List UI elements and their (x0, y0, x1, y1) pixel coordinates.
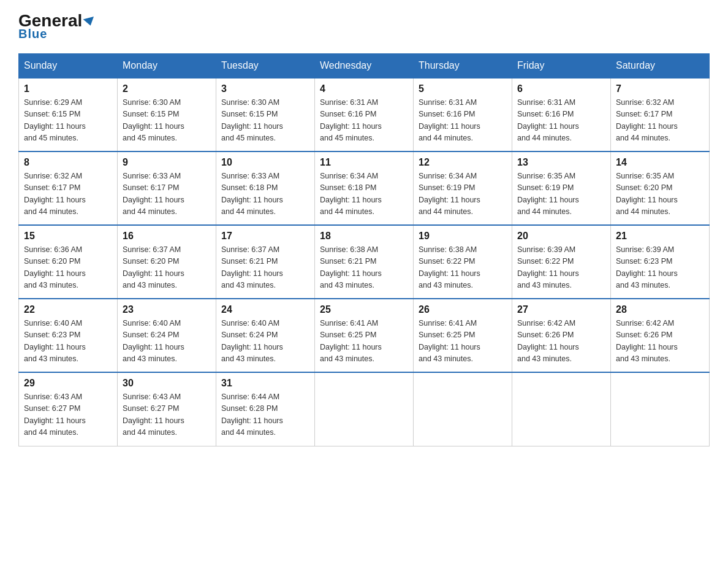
day-info: Sunrise: 6:31 AMSunset: 6:16 PMDaylight:… (517, 98, 579, 142)
calendar-cell: 27 Sunrise: 6:42 AMSunset: 6:26 PMDaylig… (512, 299, 611, 372)
day-number: 1 (24, 83, 112, 94)
day-of-week-header: Monday (118, 54, 216, 79)
day-info: Sunrise: 6:44 AMSunset: 6:28 PMDaylight:… (221, 393, 283, 437)
day-info: Sunrise: 6:32 AMSunset: 6:17 PMDaylight:… (24, 172, 86, 216)
day-of-week-header: Friday (512, 54, 611, 79)
calendar-cell: 23 Sunrise: 6:40 AMSunset: 6:24 PMDaylig… (118, 299, 216, 372)
day-info: Sunrise: 6:35 AMSunset: 6:19 PMDaylight:… (517, 172, 579, 216)
day-info: Sunrise: 6:42 AMSunset: 6:26 PMDaylight:… (616, 319, 678, 363)
day-number: 16 (123, 231, 211, 242)
calendar-cell: 6 Sunrise: 6:31 AMSunset: 6:16 PMDayligh… (512, 78, 611, 151)
day-info: Sunrise: 6:36 AMSunset: 6:20 PMDaylight:… (24, 245, 86, 289)
calendar-cell: 16 Sunrise: 6:37 AMSunset: 6:20 PMDaylig… (118, 225, 216, 299)
calendar-cell: 12 Sunrise: 6:34 AMSunset: 6:19 PMDaylig… (414, 151, 512, 225)
day-info: Sunrise: 6:38 AMSunset: 6:21 PMDaylight:… (320, 245, 382, 289)
calendar-table: SundayMondayTuesdayWednesdayThursdayFrid… (18, 53, 710, 446)
calendar-cell: 3 Sunrise: 6:30 AMSunset: 6:15 PMDayligh… (216, 78, 315, 151)
calendar-week-row: 22 Sunrise: 6:40 AMSunset: 6:23 PMDaylig… (19, 299, 710, 372)
calendar-cell: 26 Sunrise: 6:41 AMSunset: 6:25 PMDaylig… (414, 299, 512, 372)
calendar-cell: 8 Sunrise: 6:32 AMSunset: 6:17 PMDayligh… (19, 151, 118, 225)
calendar-cell: 11 Sunrise: 6:34 AMSunset: 6:18 PMDaylig… (315, 151, 414, 225)
day-number: 24 (221, 304, 309, 315)
day-info: Sunrise: 6:43 AMSunset: 6:27 PMDaylight:… (24, 393, 86, 437)
calendar-cell: 25 Sunrise: 6:41 AMSunset: 6:25 PMDaylig… (315, 299, 414, 372)
day-number: 31 (221, 378, 309, 389)
day-info: Sunrise: 6:34 AMSunset: 6:18 PMDaylight:… (320, 172, 382, 216)
day-number: 8 (24, 157, 112, 168)
day-of-week-header: Thursday (414, 54, 512, 79)
day-info: Sunrise: 6:41 AMSunset: 6:25 PMDaylight:… (419, 319, 480, 363)
day-number: 22 (24, 304, 112, 315)
day-number: 19 (419, 231, 507, 242)
calendar-cell (512, 372, 611, 446)
day-number: 6 (517, 83, 605, 94)
day-of-week-header: Wednesday (315, 54, 414, 79)
calendar-cell: 20 Sunrise: 6:39 AMSunset: 6:22 PMDaylig… (512, 225, 611, 299)
calendar-cell: 5 Sunrise: 6:31 AMSunset: 6:16 PMDayligh… (414, 78, 512, 151)
day-number: 11 (320, 157, 408, 168)
calendar-week-row: 8 Sunrise: 6:32 AMSunset: 6:17 PMDayligh… (19, 151, 710, 225)
day-info: Sunrise: 6:30 AMSunset: 6:15 PMDaylight:… (123, 98, 184, 142)
day-number: 18 (320, 231, 408, 242)
calendar-week-row: 1 Sunrise: 6:29 AMSunset: 6:15 PMDayligh… (19, 78, 710, 151)
day-info: Sunrise: 6:39 AMSunset: 6:22 PMDaylight:… (517, 245, 579, 289)
calendar-cell: 14 Sunrise: 6:35 AMSunset: 6:20 PMDaylig… (611, 151, 710, 225)
day-of-week-header: Saturday (611, 54, 710, 79)
calendar-cell: 17 Sunrise: 6:37 AMSunset: 6:21 PMDaylig… (216, 225, 315, 299)
day-info: Sunrise: 6:43 AMSunset: 6:27 PMDaylight:… (123, 393, 184, 437)
day-of-week-header: Sunday (19, 54, 118, 79)
logo-blue: Blue (18, 27, 47, 41)
day-info: Sunrise: 6:32 AMSunset: 6:17 PMDaylight:… (616, 98, 678, 142)
day-info: Sunrise: 6:41 AMSunset: 6:25 PMDaylight:… (320, 319, 382, 363)
day-number: 10 (221, 157, 309, 168)
day-number: 23 (123, 304, 211, 315)
day-info: Sunrise: 6:40 AMSunset: 6:23 PMDaylight:… (24, 319, 86, 363)
day-number: 7 (616, 83, 704, 94)
calendar-cell: 19 Sunrise: 6:38 AMSunset: 6:22 PMDaylig… (414, 225, 512, 299)
day-number: 4 (320, 83, 408, 94)
day-info: Sunrise: 6:31 AMSunset: 6:16 PMDaylight:… (419, 98, 480, 142)
day-number: 5 (419, 83, 507, 94)
calendar-cell: 7 Sunrise: 6:32 AMSunset: 6:17 PMDayligh… (611, 78, 710, 151)
calendar-cell: 13 Sunrise: 6:35 AMSunset: 6:19 PMDaylig… (512, 151, 611, 225)
calendar-cell: 10 Sunrise: 6:33 AMSunset: 6:18 PMDaylig… (216, 151, 315, 225)
day-number: 17 (221, 231, 309, 242)
calendar-week-row: 29 Sunrise: 6:43 AMSunset: 6:27 PMDaylig… (19, 372, 710, 446)
calendar-cell (414, 372, 512, 446)
calendar-cell: 29 Sunrise: 6:43 AMSunset: 6:27 PMDaylig… (19, 372, 118, 446)
calendar-week-row: 15 Sunrise: 6:36 AMSunset: 6:20 PMDaylig… (19, 225, 710, 299)
day-number: 13 (517, 157, 605, 168)
calendar-cell: 9 Sunrise: 6:33 AMSunset: 6:17 PMDayligh… (118, 151, 216, 225)
calendar-cell: 22 Sunrise: 6:40 AMSunset: 6:23 PMDaylig… (19, 299, 118, 372)
calendar-cell: 30 Sunrise: 6:43 AMSunset: 6:27 PMDaylig… (118, 372, 216, 446)
day-number: 14 (616, 157, 704, 168)
day-info: Sunrise: 6:29 AMSunset: 6:15 PMDaylight:… (24, 98, 86, 142)
page-header: General Blue (18, 12, 710, 41)
day-info: Sunrise: 6:34 AMSunset: 6:19 PMDaylight:… (419, 172, 480, 216)
calendar-cell (315, 372, 414, 446)
day-number: 28 (616, 304, 704, 315)
day-info: Sunrise: 6:39 AMSunset: 6:23 PMDaylight:… (616, 245, 678, 289)
day-info: Sunrise: 6:33 AMSunset: 6:18 PMDaylight:… (221, 172, 283, 216)
calendar-cell: 31 Sunrise: 6:44 AMSunset: 6:28 PMDaylig… (216, 372, 315, 446)
day-info: Sunrise: 6:33 AMSunset: 6:17 PMDaylight:… (123, 172, 184, 216)
calendar-cell: 2 Sunrise: 6:30 AMSunset: 6:15 PMDayligh… (118, 78, 216, 151)
day-info: Sunrise: 6:38 AMSunset: 6:22 PMDaylight:… (419, 245, 480, 289)
calendar-cell: 21 Sunrise: 6:39 AMSunset: 6:23 PMDaylig… (611, 225, 710, 299)
day-of-week-header: Tuesday (216, 54, 315, 79)
calendar-cell: 4 Sunrise: 6:31 AMSunset: 6:16 PMDayligh… (315, 78, 414, 151)
day-number: 30 (123, 378, 211, 389)
calendar-cell: 18 Sunrise: 6:38 AMSunset: 6:21 PMDaylig… (315, 225, 414, 299)
day-info: Sunrise: 6:30 AMSunset: 6:15 PMDaylight:… (221, 98, 283, 142)
day-number: 15 (24, 231, 112, 242)
day-info: Sunrise: 6:40 AMSunset: 6:24 PMDaylight:… (123, 319, 184, 363)
day-info: Sunrise: 6:37 AMSunset: 6:20 PMDaylight:… (123, 245, 184, 289)
calendar-cell: 28 Sunrise: 6:42 AMSunset: 6:26 PMDaylig… (611, 299, 710, 372)
day-number: 20 (517, 231, 605, 242)
day-info: Sunrise: 6:40 AMSunset: 6:24 PMDaylight:… (221, 319, 283, 363)
day-number: 9 (123, 157, 211, 168)
day-number: 29 (24, 378, 112, 389)
day-number: 3 (221, 83, 309, 94)
day-number: 2 (123, 83, 211, 94)
calendar-cell (611, 372, 710, 446)
